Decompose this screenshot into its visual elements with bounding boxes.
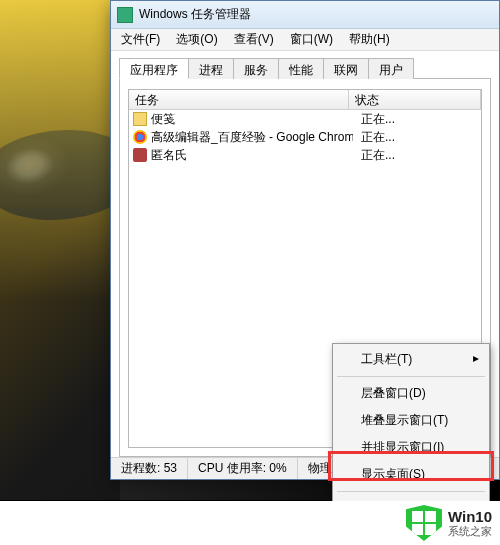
list-item[interactable]: 匿名氏 正在...: [129, 146, 481, 164]
ctx-cascade[interactable]: 层叠窗口(D): [335, 380, 487, 407]
ctx-toolbar-label: 工具栏(T): [361, 352, 412, 366]
tab-applications[interactable]: 应用程序: [119, 58, 189, 79]
separator: [337, 376, 485, 377]
brand-text: Win10 系统之家: [448, 509, 492, 538]
window-title: Windows 任务管理器: [139, 6, 251, 23]
ctx-toolbar[interactable]: 工具栏(T) ▸: [335, 346, 487, 373]
watermark: Win10 系统之家: [0, 501, 500, 545]
tab-services[interactable]: 服务: [233, 58, 279, 79]
brand-line2: 系统之家: [448, 525, 492, 537]
tab-processes[interactable]: 进程: [188, 58, 234, 79]
tab-network[interactable]: 联网: [323, 58, 369, 79]
task-status: 正在...: [357, 111, 481, 128]
ctx-stack-horizontal[interactable]: 堆叠显示窗口(T): [335, 407, 487, 434]
ctx-stack-vertical[interactable]: 并排显示窗口(I): [335, 434, 487, 461]
brand-line1: Win10: [448, 509, 492, 526]
list-body: 便笺 正在... 高级编辑器_百度经验 - Google Chrome 正在..…: [129, 110, 481, 164]
menu-options[interactable]: 选项(O): [170, 29, 223, 50]
task-status: 正在...: [357, 129, 481, 146]
col-header-status[interactable]: 状态: [349, 90, 481, 109]
shield-icon: [406, 505, 442, 541]
task-name: 匿名氏: [151, 147, 353, 164]
app-icon: [117, 7, 133, 23]
notes-icon: [133, 112, 147, 126]
task-status: 正在...: [357, 147, 481, 164]
chrome-icon: [133, 130, 147, 144]
menu-windows[interactable]: 窗口(W): [284, 29, 339, 50]
user-icon: [133, 148, 147, 162]
task-name: 高级编辑器_百度经验 - Google Chrome: [151, 129, 353, 146]
menu-file[interactable]: 文件(F): [115, 29, 166, 50]
tabstrip: 应用程序 进程 服务 性能 联网 用户: [119, 57, 491, 79]
menu-help[interactable]: 帮助(H): [343, 29, 396, 50]
menubar: 文件(F) 选项(O) 查看(V) 窗口(W) 帮助(H): [111, 29, 499, 51]
tab-performance[interactable]: 性能: [278, 58, 324, 79]
list-header: 任务 状态: [129, 90, 481, 110]
menu-view[interactable]: 查看(V): [228, 29, 280, 50]
ctx-show-desktop[interactable]: 显示桌面(S): [335, 461, 487, 488]
col-header-task[interactable]: 任务: [129, 90, 349, 109]
list-item[interactable]: 便笺 正在...: [129, 110, 481, 128]
status-cpu-usage: CPU 使用率: 0%: [188, 458, 298, 479]
tab-users[interactable]: 用户: [368, 58, 414, 79]
titlebar[interactable]: Windows 任务管理器: [111, 1, 499, 29]
submenu-arrow-icon: ▸: [473, 351, 479, 365]
separator: [337, 491, 485, 492]
status-process-count: 进程数: 53: [111, 458, 188, 479]
list-item[interactable]: 高级编辑器_百度经验 - Google Chrome 正在...: [129, 128, 481, 146]
task-name: 便笺: [151, 111, 353, 128]
